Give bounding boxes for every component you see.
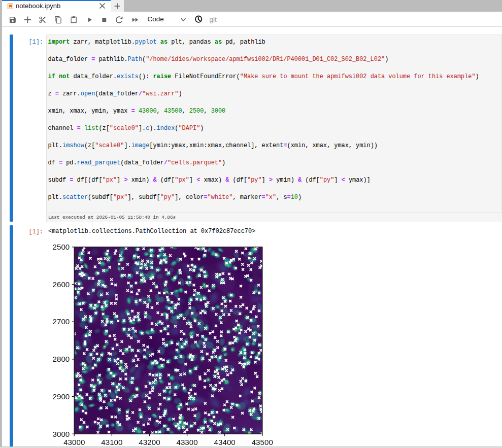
svg-text:43100: 43100 <box>101 438 122 446</box>
svg-text:43500: 43500 <box>252 438 273 446</box>
svg-text:2800: 2800 <box>53 355 70 363</box>
svg-text:2900: 2900 <box>53 392 70 401</box>
svg-text:2600: 2600 <box>53 280 70 289</box>
svg-text:2500: 2500 <box>53 243 70 251</box>
svg-text:43300: 43300 <box>176 438 197 446</box>
svg-text:3000: 3000 <box>53 430 70 438</box>
svg-text:43200: 43200 <box>139 438 160 446</box>
svg-text:43000: 43000 <box>63 438 85 446</box>
svg-text:43400: 43400 <box>214 438 236 446</box>
svg-text:2700: 2700 <box>53 317 70 326</box>
